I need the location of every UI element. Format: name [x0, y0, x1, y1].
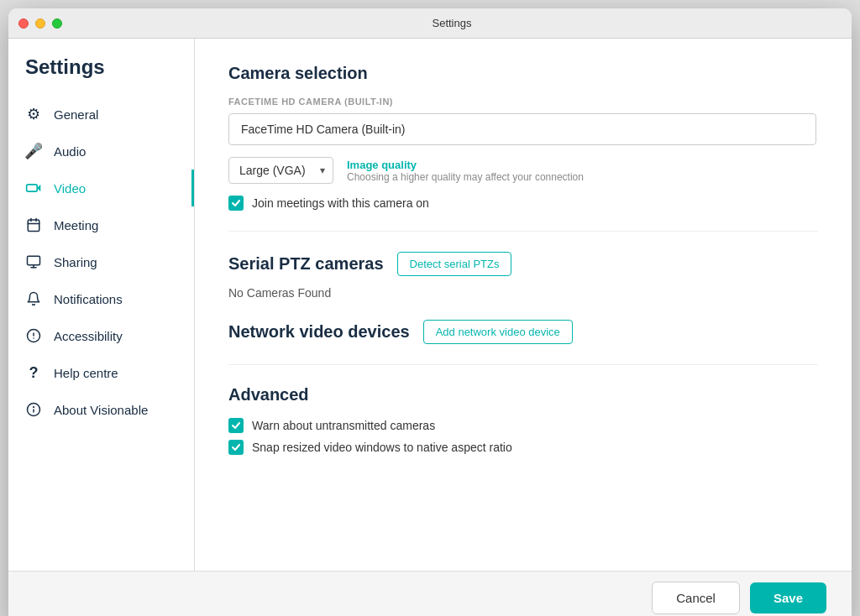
- network-section: Network video devices Add network video …: [228, 320, 818, 344]
- image-quality-desc: Choosing a higher quality may affect you…: [347, 171, 584, 183]
- ptz-section-title: Serial PTZ cameras: [228, 254, 384, 274]
- sidebar: Settings ⚙ General 🎤 Audio Video: [8, 39, 195, 571]
- calendar-icon: [25, 217, 42, 233]
- ptz-title-row: Serial PTZ cameras Detect serial PTZs: [228, 252, 818, 276]
- sidebar-item-help[interactable]: ? Help centre: [8, 354, 194, 391]
- snap-resize-label: Snap resized video windows to native asp…: [252, 441, 512, 454]
- maximize-button[interactable]: [52, 18, 62, 29]
- sidebar-item-accessibility[interactable]: Accessibility: [8, 317, 194, 354]
- advanced-section: Advanced Warn about untransmitted camera…: [228, 385, 818, 455]
- sidebar-label-audio: Audio: [54, 144, 86, 159]
- sidebar-label-accessibility: Accessibility: [54, 329, 123, 343]
- divider-1: [228, 231, 818, 232]
- advanced-section-title: Advanced: [228, 385, 818, 405]
- sidebar-label-help: Help centre: [54, 366, 118, 380]
- sidebar-item-audio[interactable]: 🎤 Audio: [8, 133, 194, 170]
- sidebar-item-video[interactable]: Video: [8, 170, 194, 206]
- svg-rect-6: [28, 256, 40, 265]
- divider-2: [228, 364, 818, 365]
- save-button[interactable]: Save: [750, 582, 826, 613]
- ptz-section: Serial PTZ cameras Detect serial PTZs No…: [228, 252, 818, 300]
- snap-resize-checkbox[interactable]: [228, 440, 244, 455]
- camera-section-title: Camera selection: [228, 64, 818, 83]
- join-camera-checkbox[interactable]: [228, 196, 244, 211]
- monitor-icon: [25, 253, 42, 270]
- sidebar-heading: Settings: [8, 55, 194, 96]
- gear-icon: ⚙: [25, 106, 42, 123]
- quality-select-wrapper: Small Medium Large (VGA) HD 720p ▾: [228, 157, 333, 184]
- sidebar-label-about: About Visionable: [54, 403, 148, 417]
- sidebar-item-sharing[interactable]: Sharing: [8, 243, 194, 280]
- accessibility-icon: [25, 327, 42, 344]
- sidebar-label-notifications: Notifications: [54, 292, 123, 306]
- minimize-button[interactable]: [35, 18, 45, 29]
- sidebar-item-notifications[interactable]: Notifications: [8, 280, 194, 317]
- content-area: Camera selection FACETIME HD CAMERA (BUI…: [195, 39, 852, 571]
- sidebar-item-meeting[interactable]: Meeting: [8, 206, 194, 243]
- bell-icon: [25, 290, 42, 307]
- network-section-title: Network video devices: [228, 322, 410, 342]
- warn-cameras-checkbox[interactable]: [228, 418, 244, 433]
- quality-select[interactable]: Small Medium Large (VGA) HD 720p: [228, 157, 333, 184]
- info-icon: [25, 401, 42, 418]
- advanced-check2-row: Snap resized video windows to native asp…: [228, 440, 818, 455]
- video-icon: [25, 180, 42, 196]
- join-camera-row: Join meetings with this camera on: [228, 196, 818, 211]
- camera-section: Camera selection FACETIME HD CAMERA (BUI…: [228, 64, 818, 211]
- help-icon: ?: [25, 364, 42, 381]
- svg-rect-2: [28, 220, 39, 232]
- sidebar-item-general[interactable]: ⚙ General: [8, 96, 194, 133]
- advanced-check1-row: Warn about untransmitted cameras: [228, 418, 818, 433]
- microphone-icon: 🎤: [25, 143, 42, 159]
- traffic-lights: [18, 18, 62, 29]
- svg-rect-0: [27, 185, 38, 191]
- sidebar-item-about[interactable]: About Visionable: [8, 391, 194, 428]
- quality-info: Image quality Choosing a higher quality …: [347, 159, 584, 183]
- image-quality-label: Image quality: [347, 159, 584, 171]
- no-cameras-text: No Cameras Found: [228, 286, 818, 300]
- bottom-bar: Cancel Save: [8, 571, 852, 616]
- warn-cameras-label: Warn about untransmitted cameras: [252, 419, 435, 432]
- sidebar-label-general: General: [54, 107, 98, 122]
- window-title: Settings: [62, 17, 842, 29]
- network-title-row: Network video devices Add network video …: [228, 320, 818, 344]
- detect-ptz-button[interactable]: Detect serial PTZs: [397, 252, 512, 276]
- join-camera-label: Join meetings with this camera on: [252, 196, 429, 210]
- add-network-button[interactable]: Add network video device: [423, 320, 573, 344]
- settings-window: Settings Settings ⚙ General 🎤 Audio: [8, 8, 852, 616]
- main-content: Settings ⚙ General 🎤 Audio Video: [8, 39, 852, 571]
- quality-row: Small Medium Large (VGA) HD 720p ▾ Image…: [228, 157, 818, 184]
- sidebar-label-meeting: Meeting: [54, 218, 98, 232]
- sidebar-label-video: Video: [54, 181, 86, 196]
- titlebar: Settings: [8, 8, 852, 39]
- sidebar-label-sharing: Sharing: [54, 255, 97, 269]
- cancel-button[interactable]: Cancel: [652, 582, 740, 614]
- camera-device-label: FACETIME HD CAMERA (BUILT-IN): [228, 97, 818, 107]
- camera-device-input[interactable]: [228, 113, 816, 145]
- close-button[interactable]: [18, 18, 29, 29]
